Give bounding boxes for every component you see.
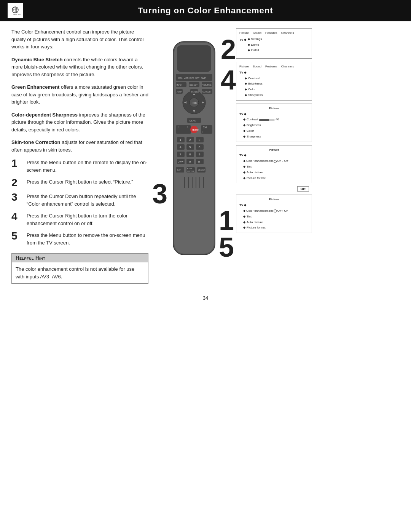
big-number-5: 5: [219, 233, 234, 261]
feature4: Skin-tone Correction adjusts for over sa…: [11, 139, 148, 153]
feature2: Green Enhancement offers a more saturate…: [11, 83, 148, 106]
svg-rect-8: [177, 45, 211, 72]
diagrams-column: Picture Sound Features Channels TV ◆ ◆ S…: [236, 28, 312, 284]
diag5-auto: Auto picture: [247, 220, 263, 224]
diag5-color-enh: Color enhancement: [246, 209, 273, 214]
diag2-h3: Features: [265, 64, 277, 69]
svg-text:2: 2: [189, 138, 191, 142]
svg-text:OK: OK: [193, 101, 197, 105]
feature4-bold: Skin-tone Correction: [11, 139, 61, 145]
svg-text:MENU: MENU: [190, 120, 196, 122]
svg-text:INFO: INFO: [177, 84, 182, 86]
diag4-auto: Auto picture: [247, 171, 263, 174]
big-number-2: 2: [221, 36, 236, 63]
svg-text:DVD: DVD: [190, 77, 194, 79]
diag3-slider: [259, 119, 274, 121]
left-column: The Color Enhancement control can improv…: [11, 28, 148, 284]
diag2-tv: TV ◆: [239, 70, 309, 75]
steps-list: 1 Press the Menu button on the remote to…: [11, 159, 148, 246]
big-number-3: 3: [152, 180, 167, 208]
remote-column: 2 4 3 1 5 CBL VCR DVD SAT AMP: [156, 28, 232, 284]
svg-text:5: 5: [189, 145, 191, 149]
svg-text:CURSOR: CURSOR: [202, 91, 211, 93]
svg-text:4: 4: [180, 145, 182, 149]
hint-title: Helpful Hint: [12, 254, 148, 262]
diag1-h1: Picture: [239, 31, 249, 36]
right-column: 2 4 3 1 5 CBL VCR DVD SAT AMP: [156, 28, 400, 284]
or-separator-wrapper: OR: [236, 186, 309, 192]
svg-text:CLOCK: CLOCK: [198, 169, 205, 171]
diag4-title: Picture: [269, 148, 279, 152]
main-content: The Color Enhancement control can improv…: [0, 28, 411, 284]
diag3-value: 40: [276, 117, 279, 122]
diag3-brightness: Brightness: [247, 123, 261, 127]
feature3-bold: Color-dependent Sharpness: [11, 112, 78, 118]
diag4-color-enh: Color enhancement: [246, 159, 273, 164]
or-separator: OR: [297, 186, 309, 192]
svg-text:1: 1: [180, 138, 182, 142]
svg-text:SCREEN: SCREEN: [191, 91, 199, 93]
svg-text:SELECT: SELECT: [190, 84, 198, 86]
step-3: 3 Press the Cursor Down button repeatedl…: [11, 193, 148, 208]
svg-text:AV+: AV+: [178, 160, 183, 163]
step-2: 2 Press the Cursor Right button to selec…: [11, 178, 148, 188]
diag1-settings: Settings: [251, 37, 262, 42]
step-3-number: 3: [11, 192, 23, 203]
diag1-tv: TV ◆: [239, 38, 246, 43]
svg-text:+: +: [186, 126, 188, 128]
diag4-icon: [274, 160, 277, 163]
diagram-5: Picture TV ◆ ◆ Color enhancement Off • O…: [236, 195, 312, 233]
diagram-4: Picture TV ◆ ◆ Color enhancement On • Of…: [236, 145, 312, 184]
diag3-sharpness: Sharpness: [247, 135, 261, 138]
diag1-install: Install: [251, 48, 259, 53]
diag1-h2: Sound: [253, 31, 261, 36]
diag2-brightness: Brightness: [248, 82, 263, 85]
diag2-sharpness: Sharpness: [248, 93, 263, 97]
step-4: 4 Press the Cursor Right button to turn …: [11, 212, 148, 227]
svg-text:VOL/PAG: VOL/PAG: [202, 84, 212, 86]
svg-text:AMP: AMP: [201, 77, 206, 79]
diag3-title: Picture: [269, 107, 279, 110]
svg-text:CONTROL: CONTROL: [187, 170, 194, 172]
page-number: 34: [0, 295, 411, 308]
intro-paragraph: The Color Enhancement control can improv…: [11, 28, 148, 51]
svg-text:SAP: SAP: [177, 169, 181, 171]
svg-text:8: 8: [189, 153, 191, 156]
svg-text:9: 9: [199, 153, 201, 156]
svg-text:⊖: ⊖: [198, 160, 200, 163]
svg-text:+: +: [178, 126, 180, 128]
logo: PHILIPS: [8, 3, 23, 18]
diag2-h2: Sound: [253, 64, 261, 69]
big-number-1: 1: [219, 207, 234, 234]
page-header: PHILIPS Turning on Color Enhancement: [0, 0, 411, 21]
diag3-tv: TV ◆: [239, 112, 309, 117]
feature1-bold: Dynamic Blue Stretch: [11, 57, 62, 62]
step-3-text: Press the Cursor Down button repeatedly …: [27, 193, 148, 208]
hint-box: Helpful Hint The color enhancement contr…: [11, 253, 148, 284]
diag5-tv: TV ◆: [239, 203, 309, 208]
diag5-tint: Tint: [247, 215, 252, 218]
diag5-state: Off • On: [277, 209, 288, 214]
diag2-color: Color: [248, 88, 255, 91]
svg-text:ACTIVE: ACTIVE: [187, 168, 193, 169]
diag2-header: Picture Sound Features Channels: [239, 64, 309, 69]
svg-text:CBL: CBL: [178, 77, 183, 79]
page-title: Turning on Color Enhancement: [29, 6, 382, 16]
big-number-4: 4: [221, 66, 236, 94]
diag1-header: Picture Sound Features Channels: [239, 31, 309, 36]
svg-text:0: 0: [189, 160, 191, 163]
svg-text:VCR: VCR: [184, 77, 189, 79]
diag5-format: Picture format: [247, 226, 266, 229]
svg-text:6: 6: [199, 145, 201, 149]
diag1-h3: Features: [265, 31, 277, 36]
svg-text:JUMP: JUMP: [177, 91, 182, 93]
svg-text:7: 7: [180, 153, 182, 156]
step-5: 5 Press the Menu button to remove the on…: [11, 232, 148, 246]
svg-text:−: −: [177, 131, 178, 133]
step-4-number: 4: [11, 211, 23, 222]
diag2-contrast: Contrast: [248, 77, 260, 80]
diag5-icon: [274, 209, 277, 212]
svg-text:MUTE: MUTE: [192, 129, 199, 131]
svg-text:3: 3: [199, 138, 201, 142]
diag1-demo: Demo: [251, 43, 259, 48]
